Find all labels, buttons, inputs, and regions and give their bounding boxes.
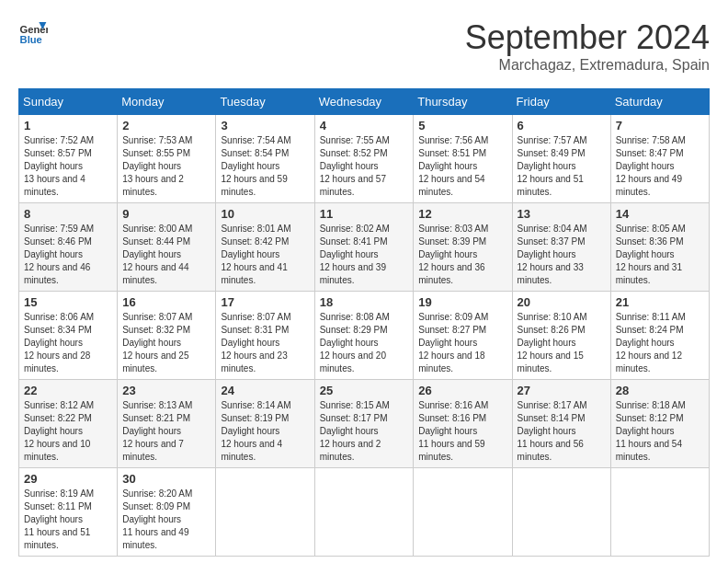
- day-info: Sunrise: 8:03 AMSunset: 8:39 PMDaylight …: [418, 223, 506, 287]
- day-info: Sunrise: 7:58 AMSunset: 8:47 PMDaylight …: [616, 134, 704, 199]
- calendar-day-cell: 27Sunrise: 8:17 AMSunset: 8:14 PMDayligh…: [512, 380, 610, 468]
- calendar-day-cell: 13Sunrise: 8:04 AMSunset: 8:37 PMDayligh…: [512, 203, 610, 292]
- day-number: 24: [221, 384, 309, 397]
- day-number: 3: [221, 119, 309, 132]
- calendar-week-row: 29Sunrise: 8:19 AMSunset: 8:11 PMDayligh…: [19, 468, 710, 557]
- calendar-day-cell: 3Sunrise: 7:54 AMSunset: 8:54 PMDaylight…: [216, 115, 314, 203]
- day-info: Sunrise: 8:01 AMSunset: 8:42 PMDaylight …: [221, 223, 309, 287]
- day-info: Sunrise: 7:59 AMSunset: 8:46 PMDaylight …: [24, 223, 112, 287]
- calendar-day-cell: 12Sunrise: 8:03 AMSunset: 8:39 PMDayligh…: [414, 203, 512, 292]
- calendar-day-cell: 2Sunrise: 7:53 AMSunset: 8:55 PMDaylight…: [118, 115, 216, 203]
- title-section: September 2024 Marchagaz, Extremadura, S…: [465, 18, 710, 74]
- day-info: Sunrise: 8:16 AMSunset: 8:16 PMDaylight …: [418, 399, 506, 464]
- day-info: Sunrise: 8:10 AMSunset: 8:26 PMDaylight …: [518, 311, 606, 375]
- weekday-header: Friday: [512, 89, 610, 115]
- svg-text:Blue: Blue: [20, 34, 42, 45]
- calendar-day-cell: 25Sunrise: 8:15 AMSunset: 8:17 PMDayligh…: [314, 380, 414, 468]
- calendar-day-cell: 26Sunrise: 8:16 AMSunset: 8:16 PMDayligh…: [414, 380, 512, 468]
- calendar-day-cell: [314, 468, 414, 557]
- calendar-header-row: SundayMondayTuesdayWednesdayThursdayFrid…: [19, 89, 710, 115]
- day-info: Sunrise: 8:11 AMSunset: 8:24 PMDaylight …: [616, 311, 704, 375]
- calendar-day-cell: 24Sunrise: 8:14 AMSunset: 8:19 PMDayligh…: [216, 380, 314, 468]
- calendar-day-cell: 6Sunrise: 7:57 AMSunset: 8:49 PMDaylight…: [512, 115, 610, 203]
- day-info: Sunrise: 8:14 AMSunset: 8:19 PMDaylight …: [221, 399, 309, 464]
- weekday-header: Saturday: [610, 89, 709, 115]
- day-number: 25: [320, 384, 409, 397]
- day-info: Sunrise: 8:04 AMSunset: 8:37 PMDaylight …: [518, 223, 606, 287]
- day-info: Sunrise: 8:09 AMSunset: 8:27 PMDaylight …: [418, 311, 506, 375]
- day-number: 30: [122, 472, 210, 486]
- day-number: 8: [24, 207, 112, 221]
- day-info: Sunrise: 7:54 AMSunset: 8:54 PMDaylight …: [221, 134, 309, 199]
- weekday-header: Wednesday: [314, 89, 414, 115]
- day-number: 1: [24, 119, 112, 132]
- day-number: 5: [418, 119, 506, 132]
- day-info: Sunrise: 8:20 AMSunset: 8:09 PMDaylight …: [122, 488, 210, 552]
- calendar-day-cell: 28Sunrise: 8:18 AMSunset: 8:12 PMDayligh…: [610, 380, 709, 468]
- calendar-day-cell: 20Sunrise: 8:10 AMSunset: 8:26 PMDayligh…: [512, 292, 610, 380]
- calendar-day-cell: 19Sunrise: 8:09 AMSunset: 8:27 PMDayligh…: [414, 292, 512, 380]
- calendar-table: SundayMondayTuesdayWednesdayThursdayFrid…: [18, 88, 710, 557]
- calendar-day-cell: 10Sunrise: 8:01 AMSunset: 8:42 PMDayligh…: [216, 203, 314, 292]
- calendar-day-cell: 4Sunrise: 7:55 AMSunset: 8:52 PMDaylight…: [314, 115, 414, 203]
- day-info: Sunrise: 8:15 AMSunset: 8:17 PMDaylight …: [320, 399, 409, 464]
- calendar-week-row: 15Sunrise: 8:06 AMSunset: 8:34 PMDayligh…: [19, 292, 710, 380]
- page-header: General Blue September 2024 Marchagaz, E…: [18, 18, 710, 74]
- calendar-day-cell: 29Sunrise: 8:19 AMSunset: 8:11 PMDayligh…: [19, 468, 118, 557]
- weekday-header: Monday: [118, 89, 216, 115]
- day-number: 17: [221, 295, 309, 309]
- day-info: Sunrise: 8:08 AMSunset: 8:29 PMDaylight …: [320, 311, 409, 375]
- weekday-header: Tuesday: [216, 89, 314, 115]
- day-number: 14: [616, 207, 704, 221]
- day-info: Sunrise: 7:53 AMSunset: 8:55 PMDaylight …: [122, 134, 210, 199]
- day-number: 28: [616, 384, 704, 397]
- day-info: Sunrise: 8:18 AMSunset: 8:12 PMDaylight …: [616, 399, 704, 464]
- calendar-day-cell: 17Sunrise: 8:07 AMSunset: 8:31 PMDayligh…: [216, 292, 314, 380]
- day-number: 9: [122, 207, 210, 221]
- calendar-day-cell: 11Sunrise: 8:02 AMSunset: 8:41 PMDayligh…: [314, 203, 414, 292]
- day-number: 12: [418, 207, 506, 221]
- day-info: Sunrise: 8:06 AMSunset: 8:34 PMDaylight …: [24, 311, 112, 375]
- calendar-day-cell: 15Sunrise: 8:06 AMSunset: 8:34 PMDayligh…: [19, 292, 118, 380]
- logo-icon: General Blue: [18, 18, 48, 48]
- day-number: 13: [518, 207, 606, 221]
- day-info: Sunrise: 8:17 AMSunset: 8:14 PMDaylight …: [518, 399, 606, 464]
- calendar-day-cell: 7Sunrise: 7:58 AMSunset: 8:47 PMDaylight…: [610, 115, 709, 203]
- day-info: Sunrise: 8:02 AMSunset: 8:41 PMDaylight …: [320, 223, 409, 287]
- calendar-week-row: 22Sunrise: 8:12 AMSunset: 8:22 PMDayligh…: [19, 380, 710, 468]
- day-number: 18: [320, 295, 409, 309]
- day-number: 20: [518, 295, 606, 309]
- day-info: Sunrise: 8:13 AMSunset: 8:21 PMDaylight …: [122, 399, 210, 464]
- day-number: 11: [320, 207, 409, 221]
- day-number: 27: [518, 384, 606, 397]
- calendar-day-cell: [610, 468, 709, 557]
- day-info: Sunrise: 7:52 AMSunset: 8:57 PMDaylight …: [24, 134, 112, 199]
- calendar-day-cell: 5Sunrise: 7:56 AMSunset: 8:51 PMDaylight…: [414, 115, 512, 203]
- month-year-title: September 2024: [465, 18, 710, 57]
- calendar-day-cell: 21Sunrise: 8:11 AMSunset: 8:24 PMDayligh…: [610, 292, 709, 380]
- calendar-day-cell: 30Sunrise: 8:20 AMSunset: 8:09 PMDayligh…: [118, 468, 216, 557]
- day-info: Sunrise: 8:00 AMSunset: 8:44 PMDaylight …: [122, 223, 210, 287]
- day-number: 19: [418, 295, 506, 309]
- calendar-day-cell: [216, 468, 314, 557]
- calendar-week-row: 8Sunrise: 7:59 AMSunset: 8:46 PMDaylight…: [19, 203, 710, 292]
- calendar-day-cell: 9Sunrise: 8:00 AMSunset: 8:44 PMDaylight…: [118, 203, 216, 292]
- calendar-day-cell: 1Sunrise: 7:52 AMSunset: 8:57 PMDaylight…: [19, 115, 118, 203]
- day-number: 29: [24, 472, 112, 486]
- calendar-day-cell: 23Sunrise: 8:13 AMSunset: 8:21 PMDayligh…: [118, 380, 216, 468]
- weekday-header: Sunday: [19, 89, 118, 115]
- calendar-week-row: 1Sunrise: 7:52 AMSunset: 8:57 PMDaylight…: [19, 115, 710, 203]
- calendar-body: 1Sunrise: 7:52 AMSunset: 8:57 PMDaylight…: [19, 115, 710, 557]
- day-number: 4: [320, 119, 409, 132]
- day-info: Sunrise: 7:55 AMSunset: 8:52 PMDaylight …: [320, 134, 409, 199]
- day-info: Sunrise: 8:05 AMSunset: 8:36 PMDaylight …: [616, 223, 704, 287]
- day-number: 2: [122, 119, 210, 132]
- day-info: Sunrise: 7:56 AMSunset: 8:51 PMDaylight …: [418, 134, 506, 199]
- day-number: 6: [518, 119, 606, 132]
- calendar-day-cell: 8Sunrise: 7:59 AMSunset: 8:46 PMDaylight…: [19, 203, 118, 292]
- day-number: 7: [616, 119, 704, 132]
- day-info: Sunrise: 7:57 AMSunset: 8:49 PMDaylight …: [518, 134, 606, 199]
- calendar-day-cell: [512, 468, 610, 557]
- day-number: 26: [418, 384, 506, 397]
- calendar-day-cell: 14Sunrise: 8:05 AMSunset: 8:36 PMDayligh…: [610, 203, 709, 292]
